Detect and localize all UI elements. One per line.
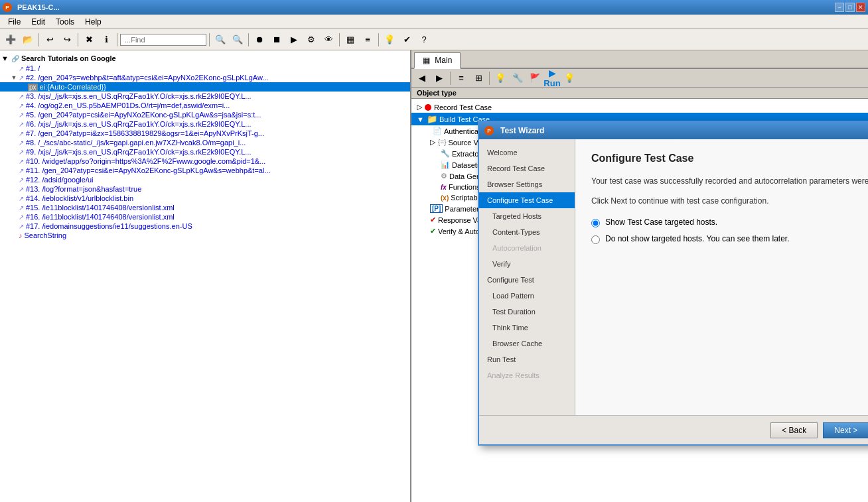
wizard-step-browser-cache[interactable]: Browser Cache bbox=[479, 336, 575, 351]
search-btn-2[interactable]: 🔍 bbox=[230, 32, 246, 48]
wizard-step-run-test[interactable]: Run Test bbox=[479, 351, 575, 367]
wizard-step-analyze-results: Analyze Results bbox=[479, 367, 575, 383]
expand-icon[interactable]: ▼ bbox=[1, 54, 9, 62]
right-detail-btn[interactable]: ⊞ bbox=[470, 70, 486, 86]
tree-item-6[interactable]: ↗ #6. /xjs/_/js/k=xjs.s.en_US.qRrqZFao1k… bbox=[0, 119, 410, 129]
tree-link-11[interactable]: #11. /gen_204?atyp=csi&ei=ApyNXo2EKonc-g… bbox=[26, 166, 271, 174]
tree-link-3[interactable]: #3. /xjs/_/js/k=xjs.s.en_US.qRrqZFao1kY.… bbox=[26, 92, 252, 100]
tree-item-searchstring[interactable]: ♪ SearchString bbox=[0, 231, 410, 240]
help-btn[interactable]: ? bbox=[416, 32, 432, 48]
right-bulb-btn[interactable]: 💡 bbox=[492, 70, 508, 86]
tree-link-17[interactable]: #17. /iedomainsuggestions/ie11/suggestio… bbox=[26, 222, 192, 230]
tree-item-4[interactable]: ↗ #4. /og/og2.en_US.p5bAEMP01Ds.O/rt=j/m… bbox=[0, 101, 410, 110]
menu-file[interactable]: File bbox=[3, 16, 26, 28]
tree-link-2b[interactable]: ei:{Auto-Correlated}} bbox=[40, 83, 106, 91]
tab-main[interactable]: ▦ Main bbox=[414, 52, 461, 69]
tree-item-12[interactable]: ↗ #12. /adsid/google/ui bbox=[0, 175, 410, 184]
menu-tools[interactable]: Tools bbox=[50, 16, 80, 28]
wizard-step-think-time[interactable]: Think Time bbox=[479, 320, 575, 336]
wizard-step-targeted-hosts[interactable]: Targeted Hosts bbox=[479, 208, 575, 224]
delete-button[interactable]: ✖ bbox=[81, 32, 97, 48]
radio-noshow-input[interactable] bbox=[591, 235, 600, 244]
tree-item-8[interactable]: ↗ #8. /_/scs/abc-static/_/js/k=gapi.gapi… bbox=[0, 138, 410, 147]
grid-btn[interactable]: ▦ bbox=[342, 32, 358, 48]
back-button[interactable]: < Back bbox=[770, 422, 818, 438]
config-btn[interactable]: ⚙ bbox=[303, 32, 319, 48]
tree-link-6[interactable]: #6. /xjs/_/js/k=xjs.s.en_US.qRrqZFao1kY.… bbox=[26, 120, 252, 128]
tree-item-9[interactable]: ↗ #9. /xjs/_/js/k=xjs.s.en_US.qRrqZFao1k… bbox=[0, 147, 410, 157]
maximize-button[interactable]: □ bbox=[845, 3, 855, 12]
tree-item-17[interactable]: ↗ #17. /iedomainsuggestions/ie11/suggest… bbox=[0, 221, 410, 231]
tree-link-15[interactable]: #15. /ie11blocklist/1401746408/versionli… bbox=[26, 204, 175, 212]
tree-item-16[interactable]: ↗ #16. /ie11blocklist/1401746408/version… bbox=[0, 212, 410, 221]
eye-btn[interactable]: 👁 bbox=[321, 32, 336, 48]
right-help-btn[interactable]: 💡 bbox=[561, 70, 577, 86]
tree-link-2[interactable]: #2. /gen_204?s=webhp&t=aft&atyp=csi&ei=A… bbox=[26, 74, 269, 82]
tree-link-5[interactable]: #5. /gen_204?atyp=csi&ei=ApyNXo2EKonc-gS… bbox=[26, 111, 261, 119]
radio-show-input[interactable] bbox=[591, 219, 600, 227]
radio-show-label[interactable]: Show Test Case targeted hosts. bbox=[605, 218, 717, 227]
right-content-area: Object type ▷ Record Test Case ▼ 📁 Build… bbox=[411, 88, 868, 502]
play-btn[interactable]: ▶ bbox=[286, 32, 302, 48]
dialog-overlay: P Test Wizard ✕ Welcome bbox=[411, 88, 868, 502]
redo-button[interactable]: ↪ bbox=[59, 32, 75, 48]
stop-btn[interactable]: ⏹ bbox=[269, 32, 285, 48]
minimize-button[interactable]: − bbox=[835, 3, 844, 12]
tree-link-14[interactable]: #14. /ieblocklist/v1/urlblocklist.bin bbox=[26, 194, 133, 202]
next-button[interactable]: Next > bbox=[823, 422, 868, 438]
tree-item-2[interactable]: ▼ ↗ #2. /gen_204?s=webhp&t=aft&atyp=csi&… bbox=[0, 73, 410, 82]
tree-link-4[interactable]: #4. /og/og2.en_US.p5bAEMP01Ds.O/rt=j/m=d… bbox=[26, 101, 230, 109]
menu-help[interactable]: Help bbox=[80, 16, 107, 28]
tree-item-2b[interactable]: px ei:{Auto-Correlated}} bbox=[0, 82, 410, 92]
undo-button[interactable]: ↩ bbox=[42, 32, 58, 48]
tree-link-1[interactable]: #1. / bbox=[26, 64, 40, 72]
list-btn[interactable]: ≡ bbox=[360, 32, 376, 48]
new-button[interactable]: ➕ bbox=[3, 32, 19, 48]
wizard-step-welcome[interactable]: Welcome bbox=[479, 145, 575, 160]
right-wand-btn[interactable]: 🔧 bbox=[510, 70, 526, 86]
tree-link-13[interactable]: #13. /log?format=json&hasfast=true bbox=[26, 185, 141, 193]
right-run-btn[interactable]: ▶ Run bbox=[544, 70, 560, 86]
tree-item-1[interactable]: ↗ #1. / bbox=[0, 64, 410, 73]
wizard-step-configure-test[interactable]: Configure Test bbox=[479, 272, 575, 288]
wizard-step-test-duration[interactable]: Test Duration bbox=[479, 304, 575, 320]
wizard-step-verify[interactable]: Verify bbox=[479, 256, 575, 272]
wizard-step-content-types[interactable]: Content-Types bbox=[479, 224, 575, 240]
tree-link-7[interactable]: #7. /gen_204?atyp=i&zx=1586338819829&ogs… bbox=[26, 129, 264, 137]
tree-item-3[interactable]: ↗ #3. /xjs/_/js/k=xjs.s.en_US.qRrqZFao1k… bbox=[0, 92, 410, 101]
toggle-2[interactable]: ▼ bbox=[9, 74, 19, 81]
tree-item-11[interactable]: ↗ #11. /gen_204?atyp=csi&ei=ApyNXo2EKonc… bbox=[0, 166, 410, 175]
close-window-button[interactable]: ✕ bbox=[856, 3, 865, 12]
right-list-btn[interactable]: ≡ bbox=[453, 70, 469, 86]
tree-link-8[interactable]: #8. /_/scs/abc-static/_/js/k=gapi.gapi.e… bbox=[26, 139, 246, 147]
forward-btn[interactable]: ▶ bbox=[431, 70, 447, 86]
tree-item-15[interactable]: ↗ #15. /ie11blocklist/1401746408/version… bbox=[0, 203, 410, 212]
tree-item-13[interactable]: ↗ #13. /log?format=json&hasfast=true bbox=[0, 184, 410, 194]
open-button[interactable]: 📂 bbox=[20, 32, 36, 48]
tree-link-12[interactable]: #12. /adsid/google/ui bbox=[26, 176, 94, 184]
tree-item-14[interactable]: ↗ #14. /ieblocklist/v1/urlblocklist.bin bbox=[0, 194, 410, 203]
link-icon-15: ↗ bbox=[19, 204, 24, 212]
search-btn-1[interactable]: 🔍 bbox=[212, 32, 228, 48]
wizard-step-load-pattern[interactable]: Load Pattern bbox=[479, 288, 575, 304]
tree-link-searchstring[interactable]: SearchString bbox=[25, 231, 67, 239]
run-btn[interactable]: ✔ bbox=[399, 32, 415, 48]
tree-item-5[interactable]: ↗ #5. /gen_204?atyp=csi&ei=ApyNXo2EKonc-… bbox=[0, 110, 410, 119]
radio-noshow-label[interactable]: Do not show targeted hosts. You can see … bbox=[605, 234, 790, 243]
tree-link-16[interactable]: #16. /ie11blocklist/1401746408/versionli… bbox=[26, 213, 175, 221]
search-input[interactable] bbox=[120, 34, 206, 46]
tree-link-9[interactable]: #9. /xjs/_/js/k=xjs.s.en_US.qRrqZFao1kY.… bbox=[26, 148, 252, 156]
wizard-step-record[interactable]: Record Test Case bbox=[479, 160, 575, 176]
right-flag-btn[interactable]: 🚩 bbox=[527, 70, 543, 86]
info-button[interactable]: ℹ bbox=[98, 32, 114, 48]
menu-edit[interactable]: Edit bbox=[26, 16, 50, 28]
tree-item-10[interactable]: ↗ #10. /widget/app/so?origin=https%3A%2F… bbox=[0, 157, 410, 166]
tree-link-10[interactable]: #10. /widget/app/so?origin=https%3A%2F%2… bbox=[26, 157, 265, 165]
wizard-step-browser-settings[interactable]: Browser Settings bbox=[479, 176, 575, 192]
back-btn[interactable]: ◀ bbox=[414, 70, 430, 86]
tree-item-7[interactable]: ↗ #7. /gen_204?atyp=i&zx=1586338819829&o… bbox=[0, 129, 410, 138]
record-btn[interactable]: ⏺ bbox=[252, 32, 267, 48]
wizard-step-configure[interactable]: Configure Test Case bbox=[479, 192, 575, 208]
bulb-btn[interactable]: 💡 bbox=[382, 32, 398, 48]
wizard-content-para2: Click Next to continue with test case co… bbox=[591, 195, 868, 207]
